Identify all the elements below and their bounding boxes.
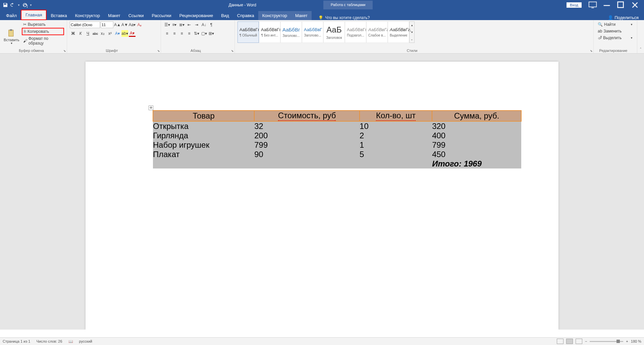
undo-icon[interactable] xyxy=(10,2,15,8)
line-spacing-icon[interactable]: ⇅▾ xyxy=(193,30,200,37)
underline-button[interactable]: Ч xyxy=(85,30,91,37)
cut-button[interactable]: ✂Вырезать xyxy=(22,21,64,27)
italic-button[interactable]: К xyxy=(77,30,84,37)
copy-button[interactable]: ⎘Копировать xyxy=(22,28,64,35)
paragraph-launcher[interactable]: ⬊ xyxy=(231,49,234,53)
print-layout-icon[interactable] xyxy=(566,339,573,344)
share-button[interactable]: 👤 Поделиться xyxy=(608,15,642,20)
tab-layout[interactable]: Макет xyxy=(104,11,124,20)
tab-insert[interactable]: Вставка xyxy=(47,11,71,20)
table-cell[interactable]: Набор игрушек xyxy=(153,140,254,150)
style-heading2[interactable]: АаБбВвГЗаголово... xyxy=(302,21,323,43)
strike-button[interactable]: abc xyxy=(92,30,99,37)
multilevel-icon[interactable]: ≣▾ xyxy=(178,21,185,28)
tab-design[interactable]: Конструктор xyxy=(71,11,104,20)
zoom-in-icon[interactable]: + xyxy=(626,339,628,343)
table-cell[interactable]: 450 xyxy=(432,150,521,159)
read-mode-icon[interactable] xyxy=(557,339,564,344)
style-subtitle[interactable]: АаБбВвГг,Подзагол... xyxy=(345,21,366,43)
tab-review[interactable]: Рецензирование xyxy=(175,11,217,20)
tab-file[interactable]: Файл xyxy=(2,11,21,20)
tab-view[interactable]: Вид xyxy=(217,11,233,20)
font-size-select[interactable] xyxy=(101,21,113,28)
undo-dropdown[interactable]: ▼ xyxy=(17,4,20,7)
gallery-scroll[interactable]: ▴▾⌄ xyxy=(409,21,415,43)
login-button[interactable]: Вход xyxy=(567,2,582,8)
shading-icon[interactable]: ▢▾ xyxy=(201,30,207,37)
qat-more[interactable]: ▼ xyxy=(30,4,32,7)
grow-font-icon[interactable]: A▲ xyxy=(114,21,121,28)
display-mode-icon[interactable] xyxy=(586,0,599,10)
data-table[interactable]: Товар Стоимость, руб Кол-во, шт Сумма, р… xyxy=(153,110,522,168)
align-left-icon[interactable]: ≡ xyxy=(164,30,170,37)
shrink-font-icon[interactable]: A▼ xyxy=(121,21,128,28)
tell-me[interactable]: 💡 Что вы хотите сделать? xyxy=(318,15,370,20)
total-row[interactable]: Итого: 1969 xyxy=(153,159,521,168)
tab-table-design[interactable]: Конструктор xyxy=(258,11,291,20)
subscript-button[interactable]: x₂ xyxy=(99,30,106,37)
table-cell[interactable]: 32 xyxy=(254,121,360,131)
table-cell[interactable] xyxy=(360,159,432,168)
table-row[interactable]: Плакат905450 xyxy=(153,150,521,159)
align-right-icon[interactable]: ≡ xyxy=(178,30,185,37)
table-cell[interactable]: 799 xyxy=(254,140,360,150)
table-cell[interactable]: 5 xyxy=(360,150,432,159)
table-cell[interactable] xyxy=(153,159,254,168)
th-sum[interactable]: Сумма, руб. xyxy=(432,111,521,121)
table-cell[interactable]: Плакат xyxy=(153,150,254,159)
table-row[interactable]: Набор игрушек7991799 xyxy=(153,140,521,150)
zoom-level[interactable]: 180 % xyxy=(631,339,641,343)
table-cell[interactable] xyxy=(254,159,360,168)
indent-left-icon[interactable]: ⇤ xyxy=(186,21,193,28)
table-cell[interactable]: Открытка xyxy=(153,121,254,131)
table-cell[interactable]: 799 xyxy=(432,140,521,150)
tab-table-layout[interactable]: Макет xyxy=(291,11,312,20)
save-icon[interactable] xyxy=(3,2,8,8)
minimize-icon[interactable] xyxy=(600,0,613,10)
clipboard-launcher[interactable]: ⬊ xyxy=(63,49,66,53)
table-row[interactable]: Открытка3210320 xyxy=(153,121,521,131)
zoom-slider[interactable] xyxy=(590,341,623,342)
tab-mailings[interactable]: Рассылки xyxy=(148,11,175,20)
table-cell[interactable]: 2 xyxy=(360,131,432,140)
style-normal[interactable]: АаБбВвГг,¶ Обычный xyxy=(237,21,259,43)
font-launcher[interactable]: ⬊ xyxy=(157,49,160,53)
style-emphasis[interactable]: АаБбВвГг,Выделение xyxy=(388,21,409,43)
table-anchor-icon[interactable]: ✥ xyxy=(149,106,153,110)
tab-home[interactable]: Главная xyxy=(21,10,47,20)
table-cell[interactable]: 400 xyxy=(432,131,521,140)
replace-button[interactable]: abЗаменить xyxy=(596,28,634,34)
find-button[interactable]: 🔍Найти▼ xyxy=(596,21,634,27)
zoom-out-icon[interactable]: − xyxy=(585,339,587,343)
sort-icon[interactable]: A↓ xyxy=(201,21,207,28)
table-cell[interactable]: 90 xyxy=(254,150,360,159)
status-page[interactable]: Страница 1 из 1 xyxy=(3,339,30,343)
tab-help[interactable]: Справка xyxy=(233,11,258,20)
style-heading1[interactable]: АаБбВгЗаголово... xyxy=(280,21,302,43)
format-painter-button[interactable]: 🖌Формат по образцу xyxy=(22,36,64,46)
text-effects-icon[interactable]: A▾ xyxy=(114,30,121,37)
paste-button[interactable]: Вставить ▼ xyxy=(3,21,20,52)
borders-icon[interactable]: ⊞▾ xyxy=(208,30,215,37)
font-name-select[interactable] xyxy=(70,21,100,28)
clear-format-icon[interactable]: Aᵩ xyxy=(136,21,143,28)
font-color-icon[interactable]: A▾ xyxy=(129,30,136,37)
table-cell[interactable]: Гирлянда xyxy=(153,131,254,140)
status-lang[interactable]: русский xyxy=(79,339,92,343)
highlight-icon[interactable]: ab▾ xyxy=(121,30,128,37)
align-center-icon[interactable]: ≡ xyxy=(171,30,178,37)
table-row[interactable]: Гирлянда2002400 xyxy=(153,131,521,140)
tab-references[interactable]: Ссылки xyxy=(124,11,148,20)
select-button[interactable]: ⮰Выделить▼ xyxy=(596,35,634,41)
table-cell[interactable]: 1 xyxy=(360,140,432,150)
th-cost[interactable]: Стоимость, руб xyxy=(254,111,360,121)
table-cell[interactable]: 200 xyxy=(254,131,360,140)
th-product[interactable]: Товар xyxy=(153,111,254,121)
spellcheck-icon[interactable]: 📖 xyxy=(68,339,73,344)
collapse-ribbon-icon[interactable]: ˄ xyxy=(637,20,644,53)
style-subtle[interactable]: АаБбВвГг,Слабое в... xyxy=(366,21,388,43)
indent-right-icon[interactable]: ⇥ xyxy=(193,21,200,28)
document-area[interactable]: ✥ Товар Стоимость, руб Кол-во, шт Сумма,… xyxy=(0,54,644,330)
table-cell[interactable]: 320 xyxy=(432,121,521,131)
maximize-icon[interactable] xyxy=(614,0,627,10)
